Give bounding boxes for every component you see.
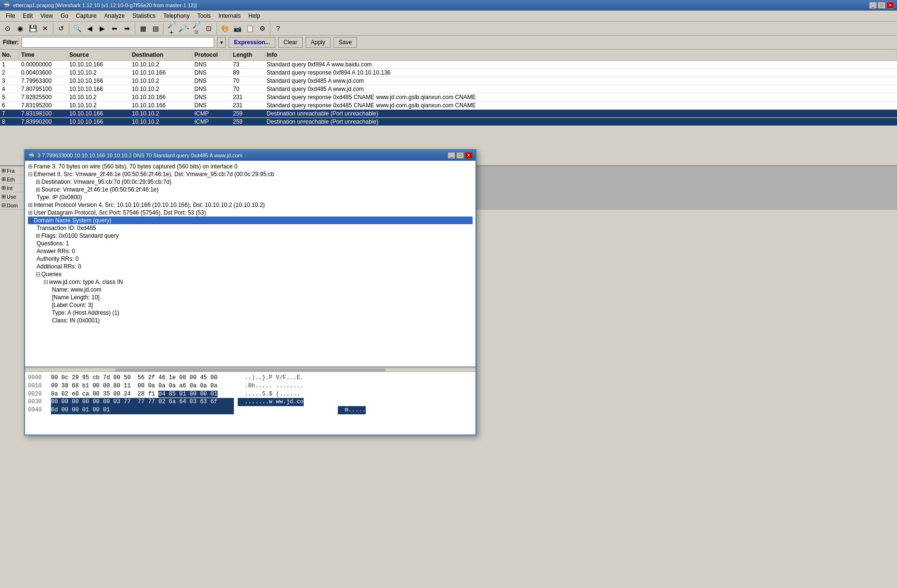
packet-list-header: No. Time Source Destination Protocol Len…	[0, 50, 897, 61]
toolbar-next[interactable]: ▶	[96, 23, 108, 34]
sidebar-label-fra: Fra	[7, 168, 15, 174]
tree-node[interactable]: ⊞Source: Vmware_2f:46:1e (00:50:56:2f:46…	[29, 186, 473, 193]
toolbar-save[interactable]: 💾	[27, 23, 38, 34]
cell-dst: 10.10.10.166	[130, 102, 192, 109]
packet-row[interactable]: 6 7.83195200 10.10.10.2 10.10.10.166 DNS…	[0, 102, 897, 110]
tree-node-text: Destination: Vmware_95:cb:7d (00:0c:29:9…	[41, 179, 171, 185]
menu-help[interactable]: Help	[244, 12, 264, 20]
toolbar-open[interactable]: ◉	[14, 23, 26, 34]
cell-proto: DNS	[192, 102, 231, 109]
toolbar-cap2[interactable]: 📷	[231, 23, 243, 34]
tree-rows: ⊞Frame 3: 70 bytes on wire (560 bits), 7…	[29, 166, 473, 210]
menu-statistics[interactable]: Statistics	[128, 12, 159, 20]
cell-time: 7.83195200	[19, 102, 67, 109]
col-length[interactable]: Length	[231, 51, 265, 59]
maximize-button[interactable]: □	[878, 2, 885, 9]
menu-capture[interactable]: Capture	[72, 12, 101, 20]
packet-rows: 1 0.00000000 10.10.10.166 10.10.10.2 DNS…	[0, 61, 897, 126]
toolbar-cap3[interactable]: 📋	[244, 23, 256, 34]
menu-go[interactable]: Go	[57, 12, 72, 20]
app-icon: 🦈	[3, 2, 10, 9]
filter-label: Filter:	[3, 39, 19, 46]
toolbar-prev[interactable]: ◀	[84, 23, 95, 34]
toolbar-cap4[interactable]: ⚙	[256, 23, 268, 34]
cell-info: Standard query response 0xd485 CNAME www…	[265, 102, 897, 109]
detail-tree: ⊞Frame 3: 70 bytes on wire (560 bits), 7…	[29, 166, 475, 210]
toolbar-toggle-pane2[interactable]: ▤	[150, 23, 161, 34]
cell-no: 7	[0, 110, 19, 117]
bottom-section: ⊞ Fra ⊞ Eth ⊞ Int ⊞ Use ⊟ Dom 🦈 3 7.7996…	[0, 166, 897, 210]
menu-internals[interactable]: Internals	[215, 12, 244, 20]
toolbar-sep-2	[69, 23, 69, 34]
menu-telephony[interactable]: Telephony	[159, 12, 193, 20]
cell-src: 10.10.10.2	[67, 69, 130, 77]
col-time[interactable]: Time	[19, 51, 67, 59]
menu-tools[interactable]: Tools	[193, 12, 215, 20]
col-protocol[interactable]: Protocol	[192, 51, 231, 59]
packet-row[interactable]: 7 7.83198100 10.10.10.166 10.10.10.2 ICM…	[0, 110, 897, 118]
tree-node[interactable]: ⊞Internet Protocol Version 4, Src: 10.10…	[29, 201, 473, 209]
cell-no: 5	[0, 93, 19, 101]
menu-view[interactable]: View	[37, 12, 57, 20]
toolbar-zoom-out[interactable]: 🔎-	[178, 23, 190, 34]
apply-button[interactable]: Apply	[306, 37, 331, 48]
toolbar-toggle-pane1[interactable]: ▦	[137, 23, 149, 34]
toolbar-close[interactable]: ✕	[39, 23, 51, 34]
toolbar-cap1[interactable]: 🎨	[219, 23, 231, 34]
toolbar-sep-4	[163, 23, 164, 34]
cell-proto: DNS	[192, 61, 231, 68]
col-source[interactable]: Source	[67, 51, 130, 59]
tree-node[interactable]: ⊞User Datagram Protocol, Src Port: 57546…	[29, 209, 473, 210]
cell-proto: ICMP	[192, 118, 231, 126]
cell-time: 0.00403600	[19, 69, 67, 77]
packet-row[interactable]: 2 0.00403600 10.10.10.2 10.10.10.166 DNS…	[0, 69, 897, 77]
tree-node-text: Ethernet II, Src: Vmware_2f:46:1e (00:50…	[34, 171, 274, 178]
menu-edit[interactable]: Edit	[19, 12, 37, 20]
tree-node-text: Source: Vmware_2f:46:1e (00:50:56:2f:46:…	[41, 186, 159, 193]
tree-node[interactable]: ⊞Destination: Vmware_95:cb:7d (00:0c:29:…	[29, 178, 473, 186]
cell-time: 0.00000000	[19, 61, 67, 68]
clear-button[interactable]: Clear	[278, 37, 303, 48]
close-button[interactable]: ✕	[886, 2, 894, 9]
filter-input[interactable]	[22, 37, 214, 48]
packet-row[interactable]: 5 7.82825500 10.10.10.2 10.10.10.166 DNS…	[0, 93, 897, 102]
toolbar-zoom-in[interactable]: 🔎+	[166, 23, 177, 34]
cell-no: 3	[0, 77, 19, 85]
sidebar-label-use: Use	[7, 194, 16, 200]
cell-len: 89	[231, 69, 265, 77]
toolbar-sep-6	[270, 23, 270, 34]
tree-node[interactable]: ⊞Frame 3: 70 bytes on wire (560 bits), 7…	[29, 166, 473, 170]
menu-analyze[interactable]: Analyze	[101, 12, 129, 20]
toolbar-search[interactable]: 🔍	[71, 23, 83, 34]
tree-node[interactable]: Type: IP (0x0800)	[29, 193, 473, 201]
col-info[interactable]: Info	[265, 51, 897, 59]
cell-proto: DNS	[192, 69, 231, 77]
tree-node-text: Internet Protocol Version 4, Src: 10.10.…	[34, 202, 265, 208]
packet-row[interactable]: 4 7.80795100 10.10.10.166 10.10.10.2 DNS…	[0, 85, 897, 93]
cell-no: 4	[0, 85, 19, 93]
packet-row[interactable]: 3 7.79963300 10.10.10.166 10.10.10.2 DNS…	[0, 77, 897, 85]
expression-button[interactable]: Expression...	[229, 37, 275, 48]
toolbar-help[interactable]: ?	[272, 23, 284, 34]
minimize-button[interactable]: _	[869, 2, 877, 9]
cell-time: 7.79963300	[19, 77, 67, 85]
toolbar-zoom-reset[interactable]: 🔎=	[191, 23, 202, 34]
expand-icon-int: ⊞	[1, 185, 6, 191]
col-no[interactable]: No.	[0, 51, 19, 59]
toolbar-zoom-fit[interactable]: ⊡	[203, 23, 215, 34]
col-destination[interactable]: Destination	[130, 51, 192, 59]
toolbar-reload[interactable]: ↺	[55, 23, 67, 34]
toolbar-next-match[interactable]: ➡	[121, 23, 133, 34]
cell-info: Destination unreachable (Port unreachabl…	[265, 110, 897, 117]
toolbar-new[interactable]: ⊙	[2, 23, 13, 34]
filter-dropdown-button[interactable]: ▼	[217, 37, 226, 48]
packet-row[interactable]: 1 0.00000000 10.10.10.166 10.10.10.2 DNS…	[0, 61, 897, 69]
menu-bar: File Edit View Go Capture Analyze Statis…	[0, 11, 897, 22]
packet-row[interactable]: 8 7.83990200 10.10.10.166 10.10.10.2 ICM…	[0, 118, 897, 126]
save-button[interactable]: Save	[333, 37, 357, 48]
tree-node-text: Type: IP (0x0800)	[37, 194, 82, 201]
menu-file[interactable]: File	[2, 12, 19, 20]
sidebar-label-dom: Dom	[7, 203, 18, 208]
tree-node[interactable]: ⊟Ethernet II, Src: Vmware_2f:46:1e (00:5…	[29, 170, 473, 178]
toolbar-prev-match[interactable]: ⬅	[109, 23, 120, 34]
